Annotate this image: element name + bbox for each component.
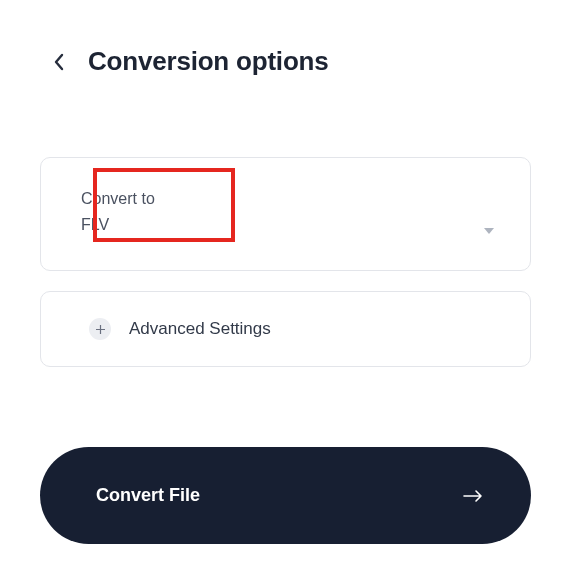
convert-file-label: Convert File — [96, 485, 200, 506]
advanced-settings-label: Advanced Settings — [129, 319, 271, 339]
page-title: Conversion options — [88, 46, 329, 77]
convert-to-label: Convert to — [81, 190, 490, 208]
arrow-right-icon — [463, 489, 483, 503]
back-icon[interactable] — [52, 52, 66, 72]
advanced-settings-toggle[interactable]: Advanced Settings — [40, 291, 531, 367]
convert-file-button[interactable]: Convert File — [40, 447, 531, 544]
convert-to-selector[interactable]: Convert to FLV — [40, 157, 531, 271]
chevron-down-icon[interactable] — [484, 220, 494, 228]
convert-to-value: FLV — [81, 216, 490, 234]
plus-icon — [89, 318, 111, 340]
